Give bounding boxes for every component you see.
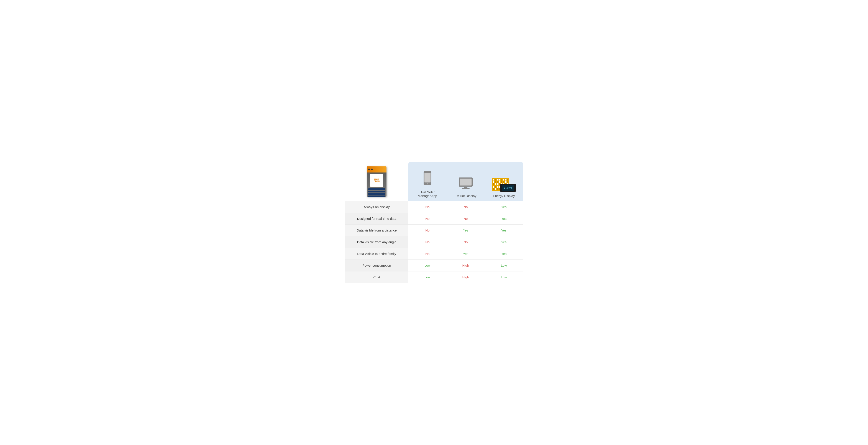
energy-screen: 2.3kW: [502, 185, 514, 191]
solar-manager-device: SOLARPOWER: [367, 166, 386, 197]
value-cell-ed: Yes: [485, 236, 523, 248]
energy-display-icon: 2.3kW: [492, 178, 516, 192]
comparison-table: SOLARPOWER Jus: [345, 162, 523, 283]
value-cell-app: Low: [408, 271, 446, 283]
device-led-4: [368, 195, 385, 197]
value-cell-app: No: [408, 224, 446, 236]
value-cell-app: No: [408, 213, 446, 224]
device-dot-2: [371, 168, 373, 170]
device-dot: [368, 168, 370, 170]
svg-rect-1: [425, 173, 431, 183]
solar-logo: SOLARPOWER: [370, 174, 383, 187]
feature-cell: Data visible from any angle: [345, 236, 408, 248]
energy-display-wrapper: 2.3kW: [487, 178, 521, 192]
value-cell-tv: Yes: [446, 248, 485, 259]
tv-col-label: TV-like Display: [449, 194, 483, 198]
phone-icon: [410, 171, 444, 188]
device-led-3: [368, 193, 385, 195]
ed-col-label: Energy Display: [487, 194, 521, 198]
value-cell-ed: Low: [485, 271, 523, 283]
value-cell-tv: Yes: [446, 224, 485, 236]
table-row: Power consumptionLowHighLow: [345, 259, 523, 271]
feature-cell: Power consumption: [345, 259, 408, 271]
energy-device: 2.3kW: [500, 184, 516, 192]
value-cell-app: No: [408, 201, 446, 213]
col-header-app: Just Solar Manager App: [408, 162, 446, 201]
header-row: SOLARPOWER Jus: [345, 162, 523, 201]
device-bottom: [367, 187, 386, 197]
value-cell-ed: Yes: [485, 201, 523, 213]
svg-rect-5: [460, 179, 471, 186]
value-cell-ed: Yes: [485, 224, 523, 236]
feature-cell: Cost: [345, 271, 408, 283]
value-cell-ed: Low: [485, 259, 523, 271]
product-image-cell: SOLARPOWER: [345, 162, 408, 201]
value-cell-app: No: [408, 236, 446, 248]
table-row: Data visible from any angleNoNoYes: [345, 236, 523, 248]
col-header-ed: 2.3kW Energy Display: [485, 162, 523, 201]
value-cell-app: Low: [408, 259, 446, 271]
device-top: [367, 166, 386, 172]
col-header-tv: TV-like Display: [446, 162, 485, 201]
value-cell-tv: No: [446, 201, 485, 213]
feature-cell: Data visible from a distance: [345, 224, 408, 236]
table-row: CostLowHighLow: [345, 271, 523, 283]
value-cell-ed: Yes: [485, 248, 523, 259]
feature-cell: Always-on display: [345, 201, 408, 213]
svg-rect-6: [464, 187, 467, 188]
value-cell-tv: High: [446, 259, 485, 271]
svg-rect-7: [462, 188, 470, 189]
svg-rect-3: [426, 172, 429, 172]
feature-cell: Designed for real-time data: [345, 213, 408, 224]
table-row: Data visible from a distanceNoYesYes: [345, 224, 523, 236]
value-cell-app: No: [408, 248, 446, 259]
value-cell-tv: High: [446, 271, 485, 283]
table-row: Always-on displayNoNoYes: [345, 201, 523, 213]
table-row: Designed for real-time dataNoNoYes: [345, 213, 523, 224]
device-led-2: [368, 191, 385, 192]
device-led-1: [368, 188, 385, 190]
feature-cell: Data visible to entire family: [345, 248, 408, 259]
app-col-label: Just Solar Manager App: [410, 190, 444, 198]
value-cell-tv: No: [446, 236, 485, 248]
tv-icon: [449, 177, 483, 192]
svg-point-2: [427, 183, 428, 184]
table-row: Data visible to entire familyNoYesYes: [345, 248, 523, 259]
value-cell-tv: No: [446, 213, 485, 224]
value-cell-ed: Yes: [485, 213, 523, 224]
